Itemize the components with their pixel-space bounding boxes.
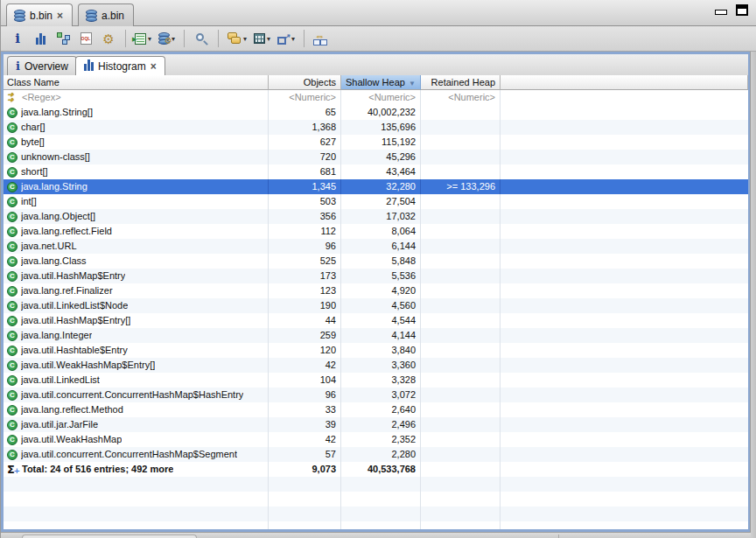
compare-tables-button[interactable]: ⇔ bbox=[312, 28, 331, 49]
dominator-tree-icon bbox=[57, 32, 70, 45]
table-row[interactable]: C java.util.WeakHashMap 42 2,352 bbox=[4, 432, 748, 447]
shallow-heap-cell: 3,360 bbox=[341, 358, 421, 373]
shallow-heap-filter-input[interactable]: <Numeric> bbox=[341, 90, 421, 105]
objects-cell: 356 bbox=[269, 209, 341, 224]
chevron-down-icon: ▾ bbox=[291, 35, 295, 43]
tab-histogram[interactable]: Histogram × bbox=[75, 56, 165, 75]
objects-cell: 190 bbox=[269, 298, 341, 313]
class-icon: C bbox=[7, 227, 18, 237]
table-row[interactable]: C java.util.HashMap$Entry[] 44 4,544 bbox=[4, 313, 748, 328]
search-button[interactable] bbox=[192, 28, 211, 49]
table-row[interactable]: C int[] 503 27,504 bbox=[4, 194, 748, 209]
shallow-heap-cell: 5,536 bbox=[341, 269, 421, 283]
column-header-retained-heap[interactable]: Retained Heap bbox=[421, 75, 500, 90]
column-header-shallow-heap[interactable]: ▼ Shallow Heap bbox=[341, 75, 421, 90]
class-icon: C bbox=[7, 122, 18, 133]
table-row[interactable]: C java.lang.String 1,345 32,280 >= 133,2… bbox=[4, 179, 748, 194]
editor-tab-a-bin[interactable]: a.bin bbox=[78, 3, 134, 26]
table-row[interactable]: C java.lang.reflect.Field 112 8,064 bbox=[4, 224, 748, 239]
close-icon[interactable]: × bbox=[57, 11, 63, 20]
settings-gear-button[interactable]: ⚙ bbox=[99, 28, 118, 49]
class-icon: C bbox=[7, 271, 18, 282]
editor-tab-b-bin[interactable]: b.bin × bbox=[6, 3, 73, 26]
table-row[interactable]: C java.util.concurrent.ConcurrentHashMap… bbox=[4, 447, 748, 462]
class-name-cell: java.lang.reflect.Field bbox=[21, 224, 112, 239]
table-row[interactable]: C java.util.concurrent.ConcurrentHashMap… bbox=[4, 388, 748, 402]
table-row[interactable]: C java.lang.reflect.Method 33 2,640 bbox=[4, 402, 748, 417]
table-row[interactable]: C char[] 1,368 135,696 bbox=[4, 120, 748, 135]
class-name-filter-input[interactable]: ➜➜ <Regex> bbox=[4, 90, 269, 105]
objects-filter-input[interactable]: <Numeric> bbox=[269, 90, 341, 105]
tab-overview[interactable]: i Overview bbox=[7, 56, 77, 75]
retained-heap-filter-input[interactable]: <Numeric> bbox=[421, 90, 500, 105]
table-row[interactable]: C java.util.LinkedList$Node 190 4,560 bbox=[4, 298, 748, 313]
table-row[interactable]: C java.lang.Integer 259 4,144 bbox=[4, 328, 748, 343]
class-name-cell: java.util.HashMap$Entry[] bbox=[21, 313, 130, 328]
class-name-cell: java.lang.String bbox=[21, 179, 88, 194]
minimize-view-icon[interactable] bbox=[715, 10, 727, 15]
shallow-heap-cell: 8,064 bbox=[341, 224, 421, 239]
objects-cell: 1,345 bbox=[269, 179, 341, 194]
overview-info-button[interactable]: i bbox=[8, 28, 27, 49]
maximize-view-icon[interactable] bbox=[736, 4, 748, 16]
retained-heap-cell bbox=[421, 328, 500, 343]
table-row[interactable]: C java.net.URL 96 6,144 bbox=[4, 239, 748, 254]
table-row[interactable]: C java.util.HashMap$Entry 173 5,536 bbox=[4, 269, 748, 283]
objects-cell: 173 bbox=[269, 269, 341, 283]
table-row[interactable]: C java.util.Hashtable$Entry 120 3,840 bbox=[4, 343, 748, 358]
column-header-objects[interactable]: Objects bbox=[269, 75, 341, 90]
shallow-heap-cell: 2,280 bbox=[341, 447, 421, 462]
heap-dump-actions-dropdown-button[interactable]: ⚙ ▾ bbox=[157, 28, 177, 49]
shallow-heap-cell: 4,920 bbox=[341, 283, 421, 298]
table-row[interactable]: C java.util.jar.JarFile 39 2,496 bbox=[4, 417, 748, 432]
group-by-dropdown-button[interactable]: ▾ bbox=[226, 28, 248, 49]
view-tab-bar: i Overview Histogram × bbox=[4, 54, 748, 75]
table-row[interactable]: C byte[] 627 115,192 bbox=[4, 135, 748, 150]
table-row[interactable]: C unknown-class[] 720 45,296 bbox=[4, 150, 748, 164]
column-header-class-name[interactable]: Class Name bbox=[4, 75, 269, 90]
histogram-icon bbox=[36, 33, 46, 45]
dominator-tree-button[interactable] bbox=[53, 28, 73, 49]
editor-tab-bar: b.bin × a.bin bbox=[1, 0, 756, 26]
shallow-heap-cell: 5,848 bbox=[341, 254, 421, 269]
table-row[interactable]: C short[] 681 43,464 bbox=[4, 164, 748, 179]
objects-cell: 259 bbox=[269, 328, 341, 343]
retained-heap-cell bbox=[421, 402, 500, 417]
calculator-dropdown-button[interactable]: ▾ bbox=[252, 28, 272, 49]
class-name-cell: java.lang.Object[] bbox=[21, 209, 95, 224]
collapsed-view-strip[interactable] bbox=[750, 52, 756, 538]
shallow-heap-cell: 135,696 bbox=[341, 120, 421, 135]
objects-cell: 681 bbox=[269, 164, 341, 179]
table-row[interactable]: C java.lang.Class 525 5,848 bbox=[4, 254, 748, 269]
export-dropdown-button[interactable]: ↗ ▾ bbox=[276, 28, 297, 49]
calculator-icon bbox=[254, 33, 265, 44]
retained-heap-cell bbox=[421, 388, 500, 402]
compare-icon: ⇔ bbox=[313, 32, 329, 45]
class-name-cell: java.util.concurrent.ConcurrentHashMap$S… bbox=[21, 447, 237, 462]
heap-dump-icon bbox=[86, 10, 97, 22]
total-row[interactable]: Σ+ Total: 24 of 516 entries; 492 more 9,… bbox=[4, 462, 748, 477]
table-row[interactable]: C java.lang.String[] 65 40,002,232 bbox=[4, 105, 748, 120]
retained-heap-cell bbox=[421, 224, 500, 239]
class-icon: C bbox=[7, 286, 18, 297]
table-row[interactable]: C java.lang.Object[] 356 17,032 bbox=[4, 209, 748, 224]
gear-icon: ⚙ bbox=[102, 32, 114, 45]
class-name-cell: java.lang.reflect.Method bbox=[21, 402, 123, 417]
run-query-dropdown-button[interactable]: ▾ bbox=[133, 28, 153, 49]
class-icon: C bbox=[7, 420, 18, 430]
histogram-button[interactable] bbox=[31, 28, 50, 49]
table-row[interactable]: C java.util.LinkedList 104 3,328 bbox=[4, 373, 748, 388]
toolbar: i OQL ⚙ ▾ ⚙ ▾ ▾ ▾ ↗ ▾ ⇔ bbox=[1, 26, 756, 52]
table-row[interactable]: C java.util.WeakHashMap$Entry[] 42 3,360 bbox=[4, 358, 748, 373]
retained-heap-cell bbox=[421, 194, 500, 209]
objects-cell: 120 bbox=[269, 343, 341, 358]
objects-cell: 65 bbox=[269, 105, 341, 120]
table-row[interactable]: C java.lang.ref.Finalizer 123 4,920 bbox=[4, 283, 748, 298]
retained-heap-cell bbox=[421, 373, 500, 388]
shallow-heap-cell: 2,640 bbox=[341, 402, 421, 417]
class-name-cell: short[] bbox=[21, 164, 48, 179]
bottom-panel-tab[interactable] bbox=[22, 535, 197, 538]
oql-button[interactable]: OQL bbox=[76, 28, 95, 49]
close-icon[interactable]: × bbox=[150, 62, 157, 71]
class-icon: C bbox=[7, 152, 18, 163]
